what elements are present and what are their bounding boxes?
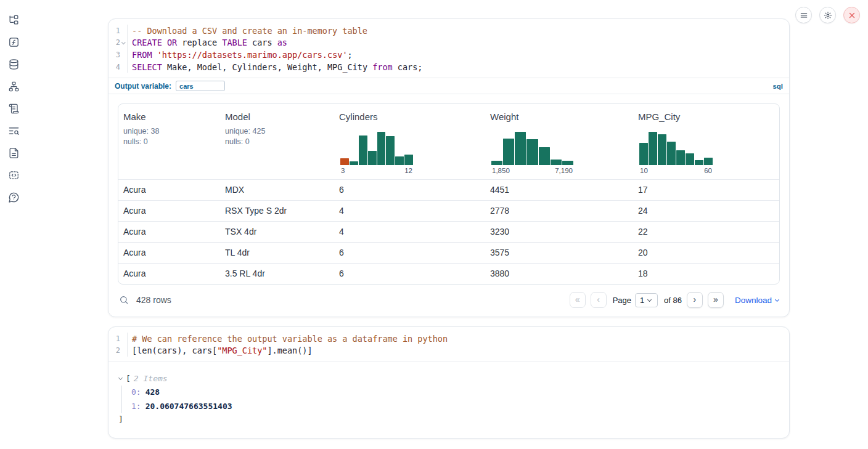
help-chat-icon[interactable]	[7, 191, 20, 203]
histogram-bar[interactable]	[658, 134, 666, 165]
topbar-controls	[795, 7, 860, 23]
code-token: "MPG_City"	[217, 346, 267, 355]
tree-root[interactable]: [ 2 Items	[118, 372, 779, 384]
column-stat: unique: 38	[123, 127, 215, 136]
column-name[interactable]: Weight	[490, 111, 628, 122]
column-stat: nulls: 0	[123, 137, 215, 146]
hist-max-label: 7,190	[555, 167, 573, 174]
table-cell: Acura	[118, 180, 220, 200]
line-number: 2	[116, 346, 120, 355]
page-label: Page	[613, 296, 631, 305]
histogram-bar[interactable]	[539, 147, 550, 166]
file-explorer-tree-icon[interactable]	[7, 14, 20, 26]
code-token: [len(cars), cars[	[132, 346, 217, 355]
histogram-bar[interactable]	[491, 161, 502, 165]
python-cell: 1# We can reference the output variable …	[108, 326, 790, 439]
snippets-code-icon[interactable]	[7, 169, 20, 181]
table-cell: TL 4dr	[220, 243, 334, 263]
column-header: Cylinders312	[334, 104, 485, 179]
histogram-bar[interactable]	[676, 150, 685, 165]
settings-button[interactable]	[819, 7, 836, 23]
histogram-bar[interactable]	[359, 136, 367, 166]
histogram-bar[interactable]	[386, 136, 395, 165]
first-page-button[interactable]: «	[570, 292, 586, 308]
tree-entry: 1:20.060747663551403	[131, 400, 779, 414]
code-token: -- Download a CSV and create an in-memor…	[132, 26, 367, 36]
next-page-button[interactable]: ›	[687, 292, 703, 308]
line-number: 4	[116, 63, 120, 71]
table-header-row: Makeunique: 38nulls: 0Modelunique: 425nu…	[118, 104, 779, 179]
table-row: AcuraMDX6445117	[118, 179, 779, 200]
table-cell: Acura	[118, 201, 220, 221]
menu-button[interactable]	[795, 7, 812, 23]
column-stat: nulls: 0	[225, 137, 329, 146]
table-cell: TSX 4dr	[220, 222, 334, 242]
histogram-bar[interactable]	[515, 132, 526, 165]
download-button[interactable]: Download	[735, 296, 779, 305]
dependency-graph-icon[interactable]	[7, 80, 20, 92]
table-body: AcuraMDX6445117AcuraRSX Type S 2dr427782…	[118, 179, 779, 284]
sql-cell: 1-- Download a CSV and create an in-memo…	[108, 18, 790, 317]
documentation-file-icon[interactable]	[7, 147, 20, 159]
histogram-bar[interactable]	[404, 155, 413, 165]
column-name[interactable]: Cylinders	[339, 111, 480, 122]
histogram-bar[interactable]	[503, 139, 514, 165]
column-name[interactable]: Model	[225, 111, 329, 122]
sql-code-editor[interactable]: 1-- Download a CSV and create an in-memo…	[108, 19, 789, 78]
column-header: MPG_City1060	[633, 104, 779, 179]
code-line: 1-- Download a CSV and create an in-memo…	[108, 25, 789, 37]
scroll-logs-icon[interactable]	[7, 102, 20, 115]
hist-min-label: 10	[640, 167, 648, 174]
histogram-bar[interactable]	[350, 161, 358, 165]
function-square-icon[interactable]	[7, 36, 20, 48]
histogram-bar[interactable]	[340, 158, 349, 166]
column-name[interactable]: MPG_City	[638, 111, 774, 122]
table-cell: RSX Type S 2dr	[220, 201, 334, 221]
column-header: Makeunique: 38nulls: 0	[118, 104, 220, 179]
column-histogram: 312	[340, 132, 413, 174]
table-cell: MDX	[220, 180, 334, 200]
histogram-bar[interactable]	[667, 142, 676, 166]
tree-entry-key: 0:	[131, 387, 141, 397]
table-footer: 428 rows « ‹ Page 1 of 86 › » Download	[118, 289, 780, 310]
column-name[interactable]: Make	[123, 111, 215, 122]
histogram-bar[interactable]	[368, 151, 377, 165]
text-search-icon[interactable]	[7, 124, 20, 137]
line-number: 2	[116, 38, 120, 47]
tree-entries: 0:4281:20.060747663551403	[121, 386, 779, 413]
code-line: 2CREATE OR replace TABLE cars as	[108, 37, 789, 49]
last-page-button[interactable]: »	[708, 292, 724, 308]
histogram-bar[interactable]	[526, 139, 538, 165]
table-cell: 24	[633, 201, 779, 221]
column-histogram: 1060	[639, 132, 713, 174]
datasources-database-icon[interactable]	[7, 58, 20, 70]
table-cell: 3575	[485, 243, 633, 263]
shutdown-button[interactable]	[843, 7, 860, 23]
page-select[interactable]: 1	[635, 293, 658, 307]
table-row: AcuraRSX Type S 2dr4277824	[118, 200, 779, 221]
table-cell: 4	[334, 201, 485, 221]
histogram-bar[interactable]	[377, 132, 386, 165]
output-variable-row: Output variable: sql	[108, 78, 789, 94]
histogram-bar[interactable]	[649, 132, 657, 165]
histogram-bar[interactable]	[551, 160, 562, 166]
code-line: 2[len(cars), cars["MPG_City"].mean()]	[108, 345, 789, 357]
histogram-bar[interactable]	[562, 161, 573, 165]
table-cell: 6	[334, 180, 485, 200]
histogram-bar[interactable]	[704, 158, 713, 165]
search-icon[interactable]	[119, 295, 129, 305]
output-variable-input[interactable]	[176, 81, 225, 91]
table-cell: 18	[633, 264, 779, 284]
histogram-bar[interactable]	[695, 160, 703, 165]
python-code-editor[interactable]: 1# We can reference the output variable …	[108, 327, 789, 362]
histogram-bar[interactable]	[395, 156, 404, 165]
code-token	[152, 50, 157, 60]
histogram-bar[interactable]	[639, 143, 648, 166]
download-label: Download	[735, 296, 772, 305]
fold-chevron-icon[interactable]	[121, 40, 125, 44]
tree-entry-value: 20.060747663551403	[145, 402, 232, 411]
histogram-bar[interactable]	[686, 153, 694, 165]
code-token: as	[277, 38, 287, 47]
code-token: replace	[177, 38, 222, 47]
prev-page-button[interactable]: ‹	[591, 292, 607, 308]
